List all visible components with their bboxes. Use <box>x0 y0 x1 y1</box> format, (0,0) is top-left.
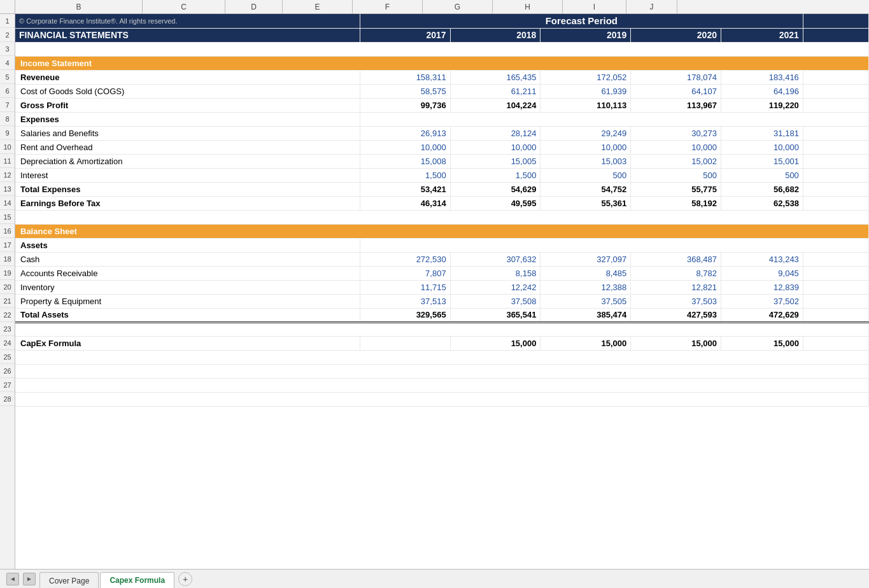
capex-label-cell: CapEx Formula <box>15 336 360 350</box>
ar-2021: 9,045 <box>721 266 803 280</box>
ppe-label: Property & Equipment <box>20 297 101 306</box>
salaries-label-cell: Salaries and Benefits <box>15 126 360 140</box>
depreciation-2018: 15,005 <box>450 154 540 168</box>
rent-2017: 10,000 <box>360 140 450 154</box>
cash-2018: 307,632 <box>450 252 540 266</box>
row28-empty <box>15 392 869 406</box>
cash-2019: 327,097 <box>540 252 631 266</box>
tab-cover-page[interactable]: Cover Page <box>39 572 99 588</box>
ebt-label: Earnings Before Tax <box>20 199 100 208</box>
total-expenses-label: Total Expenses <box>20 185 80 194</box>
rent-2019: 10,000 <box>540 140 631 154</box>
revenue-2019: 172,052 <box>540 70 631 84</box>
depreciation-label-cell: Depreciation & Amortization <box>15 154 360 168</box>
col-header-c: C <box>143 0 225 13</box>
col-header-i: I <box>563 0 626 13</box>
col-header-d: D <box>225 0 283 13</box>
capex-2021: 15,000 <box>721 336 803 350</box>
revenue-empty <box>803 70 868 84</box>
row-num-6: 6 <box>0 84 15 98</box>
table-body: 1 2 3 4 5 6 7 8 9 10 11 12 13 14 15 16 1… <box>0 14 869 569</box>
balance-sheet-header-cell: Balance Sheet <box>15 224 869 238</box>
row1-empty <box>803 14 868 28</box>
gross-profit-2017: 99,736 <box>360 98 450 112</box>
tab-cover-page-label: Cover Page <box>49 577 89 585</box>
ebt-2020: 58,192 <box>631 196 721 210</box>
year-2017-header: 2017 <box>360 28 450 42</box>
tab-capex-formula[interactable]: Capex Formula <box>100 572 174 588</box>
interest-2021: 500 <box>721 168 803 182</box>
row-num-14: 14 <box>0 196 15 210</box>
year-2018-header: 2018 <box>450 28 540 42</box>
cogs-empty <box>803 84 868 98</box>
row-num-1: 1 <box>0 14 15 28</box>
rent-empty <box>803 140 868 154</box>
row-num-22: 22 <box>0 308 15 322</box>
salaries-empty <box>803 126 868 140</box>
row-10-rent: Rent and Overhead 10,000 10,000 10,000 1… <box>15 140 869 154</box>
tab-nav-prev[interactable]: ◄ <box>6 573 19 585</box>
revenue-2017: 158,311 <box>360 70 450 84</box>
col-header-b: B <box>15 0 143 13</box>
cogs-2020: 64,107 <box>631 84 721 98</box>
depreciation-2020: 15,002 <box>631 154 721 168</box>
cash-empty <box>803 252 868 266</box>
row-num-19: 19 <box>0 266 15 280</box>
row-15 <box>15 210 869 224</box>
depreciation-2019: 15,003 <box>540 154 631 168</box>
salaries-2019: 29,249 <box>540 126 631 140</box>
inventory-2021: 12,839 <box>721 280 803 294</box>
assets-empty <box>360 238 868 252</box>
row-num-3: 3 <box>0 42 15 56</box>
expenses-label: Expenses <box>20 115 59 124</box>
forecast-period-cell: Forecast Period <box>360 14 803 28</box>
col-header-f: F <box>353 0 423 13</box>
rent-label: Rent and Overhead <box>20 143 92 152</box>
row-12-interest: Interest 1,500 1,500 500 500 500 <box>15 168 869 182</box>
total-assets-label: Total Assets <box>20 310 69 319</box>
row-17-assets: Assets <box>15 238 869 252</box>
inventory-2020: 12,821 <box>631 280 721 294</box>
row-25 <box>15 350 869 364</box>
tab-add-button[interactable]: + <box>178 572 192 586</box>
row-num-10: 10 <box>0 140 15 154</box>
row-16-balance-header: Balance Sheet <box>15 224 869 238</box>
capex-2017 <box>360 336 450 350</box>
salaries-2017: 26,913 <box>360 126 450 140</box>
rent-2021: 10,000 <box>721 140 803 154</box>
row-19-ar: Accounts Receivable 7,807 8,158 8,485 8,… <box>15 266 869 280</box>
column-headers: B C D E F G H I J <box>0 0 869 14</box>
total-expenses-2019: 54,752 <box>540 182 631 196</box>
row-18-cash: Cash 272,530 307,632 327,097 368,487 413… <box>15 252 869 266</box>
row-20-inventory: Inventory 11,715 12,242 12,388 12,821 12… <box>15 280 869 294</box>
tab-nav-next[interactable]: ► <box>23 573 36 585</box>
expenses-empty <box>360 112 868 126</box>
year-2017-text: 2017 <box>426 30 446 40</box>
ppe-empty <box>803 294 868 308</box>
total-assets-2017: 329,565 <box>360 308 450 322</box>
total-expenses-2020: 55,775 <box>631 182 721 196</box>
inventory-2017: 11,715 <box>360 280 450 294</box>
ar-2019: 8,485 <box>540 266 631 280</box>
interest-empty <box>803 168 868 182</box>
gross-profit-2020: 113,967 <box>631 98 721 112</box>
inventory-empty <box>803 280 868 294</box>
salaries-2018: 28,124 <box>450 126 540 140</box>
col-header-e: E <box>283 0 353 13</box>
main-grid: © Corporate Finance Institute®. All righ… <box>15 14 869 569</box>
total-assets-2019: 385,474 <box>540 308 631 322</box>
revenue-label: Reveneue <box>20 73 59 82</box>
spreadsheet-wrapper: B C D E F G H I J 1 2 3 4 5 6 7 8 9 10 1… <box>0 0 869 588</box>
gross-profit-2019: 110,113 <box>540 98 631 112</box>
row-num-18: 18 <box>0 252 15 266</box>
row-1: © Corporate Finance Institute®. All righ… <box>15 14 869 28</box>
ar-2018: 8,158 <box>450 266 540 280</box>
revenue-2021: 183,416 <box>721 70 803 84</box>
cogs-label-cell: Cost of Goods Sold (COGS) <box>15 84 360 98</box>
total-assets-label-cell: Total Assets <box>15 308 360 322</box>
row-26 <box>15 364 869 378</box>
cash-label: Cash <box>20 255 39 264</box>
depreciation-empty <box>803 154 868 168</box>
year-2020-text: 2020 <box>697 30 717 40</box>
total-assets-2020: 427,593 <box>631 308 721 322</box>
